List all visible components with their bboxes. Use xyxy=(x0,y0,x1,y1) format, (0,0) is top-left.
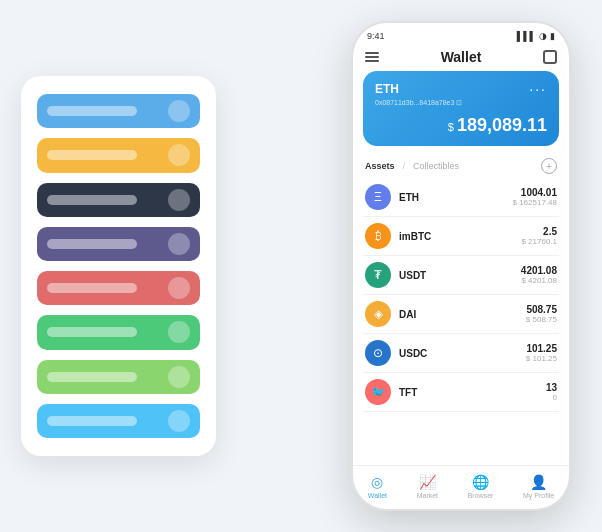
card-icon xyxy=(168,144,190,166)
card-label xyxy=(47,150,137,160)
eth-options-dots[interactable]: ··· xyxy=(529,81,547,97)
asset-item[interactable]: ₮ USDT 4201.08 $ 4201.08 xyxy=(363,256,559,295)
asset-amount: 2.5 xyxy=(521,226,557,237)
asset-values: 4201.08 $ 4201.08 xyxy=(521,265,557,285)
wallet-card-panel xyxy=(21,76,216,456)
tab-assets[interactable]: Assets xyxy=(365,161,395,171)
eth-card[interactable]: ETH ··· 0x08711d3b...8418a78e3 ⊡ $189,08… xyxy=(363,71,559,146)
eth-balance-value: 189,089.11 xyxy=(457,115,547,135)
card-label xyxy=(47,239,137,249)
assets-tabs: Assets / Collectibles xyxy=(365,161,459,171)
asset-name: ETH xyxy=(399,192,513,203)
asset-values: 101.25 $ 101.25 xyxy=(526,343,557,363)
card-label xyxy=(47,416,137,426)
wallet-card-light-green[interactable] xyxy=(37,360,200,394)
assets-header: Assets / Collectibles + xyxy=(353,154,569,178)
card-label xyxy=(47,283,137,293)
nav-item-profile[interactable]: 👤 My Profile xyxy=(523,474,554,499)
signal-icon: ▌▌▌ xyxy=(517,31,536,41)
asset-amount: 4201.08 xyxy=(521,265,557,276)
wallet-card-sky[interactable] xyxy=(37,404,200,438)
nav-label-wallet: Wallet xyxy=(368,492,387,499)
bottom-nav: ◎ Wallet 📈 Market 🌐 Browser 👤 My Profile xyxy=(353,465,569,509)
asset-item[interactable]: 🐦 TFT 13 0 xyxy=(363,373,559,412)
wallet-card-green[interactable] xyxy=(37,315,200,349)
asset-amount: 508.75 xyxy=(526,304,557,315)
nav-item-browser[interactable]: 🌐 Browser xyxy=(468,474,494,499)
asset-icon-usdc: ⊙ xyxy=(365,340,391,366)
eth-title: ETH xyxy=(375,82,399,96)
asset-item[interactable]: ⊙ USDC 101.25 $ 101.25 xyxy=(363,334,559,373)
asset-name: TFT xyxy=(399,387,546,398)
asset-icon-usdt: ₮ xyxy=(365,262,391,288)
phone-mockup: 9:41 ▌▌▌ ◑ ▮ Wallet ETH ··· 0x08711d3b.. xyxy=(351,21,571,511)
asset-values: 13 0 xyxy=(546,382,557,402)
asset-values: 508.75 $ 508.75 xyxy=(526,304,557,324)
asset-usd-value: $ 101.25 xyxy=(526,354,557,363)
asset-icon-dai: ◈ xyxy=(365,301,391,327)
asset-values: 2.5 $ 21760.1 xyxy=(521,226,557,246)
card-icon xyxy=(168,100,190,122)
page-title: Wallet xyxy=(441,49,482,65)
wallet-card-dark[interactable] xyxy=(37,183,200,217)
battery-icon: ▮ xyxy=(550,31,555,41)
asset-icon-imbtc: ₿ xyxy=(365,223,391,249)
asset-item[interactable]: Ξ ETH 1004.01 $ 162517.48 xyxy=(363,178,559,217)
menu-icon[interactable] xyxy=(365,52,379,62)
nav-icon-profile: 👤 xyxy=(530,474,547,490)
card-icon xyxy=(168,277,190,299)
hamburger-line xyxy=(365,52,379,54)
eth-address: 0x08711d3b...8418a78e3 ⊡ xyxy=(375,99,547,107)
status-icons: ▌▌▌ ◑ ▮ xyxy=(517,31,555,41)
asset-amount: 1004.01 xyxy=(513,187,558,198)
status-bar: 9:41 ▌▌▌ ◑ ▮ xyxy=(353,23,569,45)
status-time: 9:41 xyxy=(367,31,385,41)
asset-item[interactable]: ◈ DAI 508.75 $ 508.75 xyxy=(363,295,559,334)
nav-icon-market: 📈 xyxy=(419,474,436,490)
asset-values: 1004.01 $ 162517.48 xyxy=(513,187,558,207)
asset-amount: 101.25 xyxy=(526,343,557,354)
card-label xyxy=(47,327,137,337)
nav-item-wallet[interactable]: ◎ Wallet xyxy=(368,474,387,499)
add-asset-button[interactable]: + xyxy=(541,158,557,174)
tab-separator: / xyxy=(403,161,406,171)
wallet-card-purple[interactable] xyxy=(37,227,200,261)
asset-name: USDT xyxy=(399,270,521,281)
hamburger-line xyxy=(365,60,379,62)
phone-header: Wallet xyxy=(353,45,569,71)
nav-label-market: Market xyxy=(417,492,438,499)
wallet-card-red[interactable] xyxy=(37,271,200,305)
asset-name: DAI xyxy=(399,309,526,320)
asset-icon-eth: Ξ xyxy=(365,184,391,210)
nav-item-market[interactable]: 📈 Market xyxy=(417,474,438,499)
asset-name: USDC xyxy=(399,348,526,359)
asset-list: Ξ ETH 1004.01 $ 162517.48 ₿ imBTC 2.5 $ … xyxy=(353,178,569,465)
asset-name: imBTC xyxy=(399,231,521,242)
card-icon xyxy=(168,321,190,343)
asset-usd-value: $ 162517.48 xyxy=(513,198,558,207)
asset-usd-value: $ 508.75 xyxy=(526,315,557,324)
card-icon xyxy=(168,410,190,432)
nav-label-browser: Browser xyxy=(468,492,494,499)
asset-icon-tft: 🐦 xyxy=(365,379,391,405)
card-icon xyxy=(168,189,190,211)
asset-usd-value: $ 21760.1 xyxy=(521,237,557,246)
expand-icon[interactable] xyxy=(543,50,557,64)
asset-amount: 13 xyxy=(546,382,557,393)
card-icon xyxy=(168,366,190,388)
nav-icon-wallet: ◎ xyxy=(371,474,383,490)
eth-balance: $189,089.11 xyxy=(375,115,547,136)
asset-usd-value: 0 xyxy=(546,393,557,402)
wifi-icon: ◑ xyxy=(539,31,547,41)
card-label xyxy=(47,195,137,205)
eth-currency-symbol: $ xyxy=(448,121,454,133)
card-label xyxy=(47,106,137,116)
nav-icon-browser: 🌐 xyxy=(472,474,489,490)
hamburger-line xyxy=(365,56,379,58)
asset-item[interactable]: ₿ imBTC 2.5 $ 21760.1 xyxy=(363,217,559,256)
tab-collectibles[interactable]: Collectibles xyxy=(413,161,459,171)
wallet-card-blue[interactable] xyxy=(37,94,200,128)
card-icon xyxy=(168,233,190,255)
wallet-card-yellow[interactable] xyxy=(37,138,200,172)
asset-usd-value: $ 4201.08 xyxy=(521,276,557,285)
